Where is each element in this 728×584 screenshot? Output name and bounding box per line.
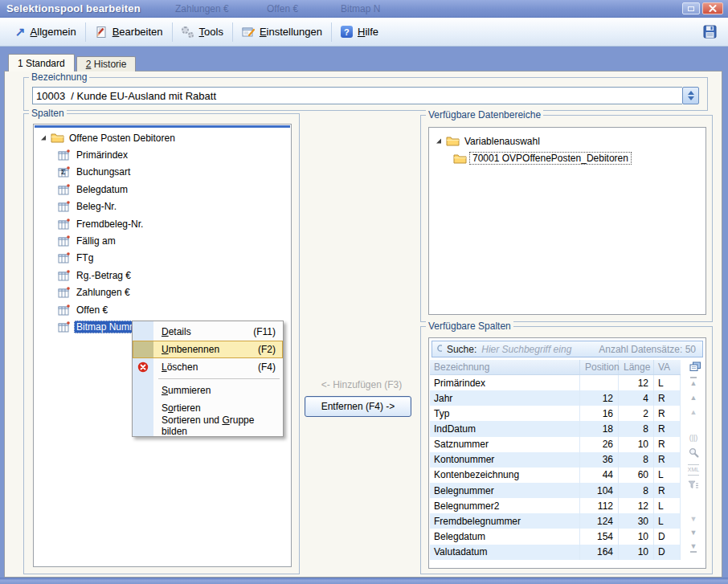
scroll-up-icon[interactable]: ▲ (690, 408, 697, 416)
spalten-tree-item[interactable]: Σ Primärindex (34, 146, 291, 163)
copy-columns-icon[interactable] (689, 361, 701, 374)
bezeichnung-spinner[interactable] (682, 87, 699, 104)
table-column-icon: Σ (58, 235, 74, 247)
tab-standard[interactable]: 1 Standard (8, 54, 75, 71)
table-row[interactable]: Belegdatum 154 10 D (430, 529, 681, 544)
spalten-tree-item[interactable]: Σ Beleg-Nr. (34, 198, 291, 215)
column-header-laenge[interactable]: Länge (619, 360, 654, 374)
tree-item-label: Fällig am (74, 235, 118, 247)
move-down-icon[interactable]: ▼ (690, 529, 697, 537)
toolbar-label: Einstellungen (260, 26, 322, 38)
spalten-tree-item[interactable]: Σ Offen € (34, 301, 291, 318)
settings-form-icon (242, 26, 255, 39)
table-row[interactable]: Typ 16 2 R (430, 406, 681, 421)
spalten-tree-item[interactable]: Σ Belegdatum (34, 181, 291, 198)
search-bar: Suche: Anzahl Datensätze: 50 (431, 341, 703, 357)
spalten-tree: Offene Posten Debitoren (34, 129, 291, 336)
table-column-icon: Σ (58, 304, 74, 316)
grid-body: Primärindex 12 L Jahr 12 4 R Typ 16 2 R (430, 375, 681, 560)
close-icon (709, 5, 717, 12)
tree-root-label: Variablenauswahl (462, 135, 542, 148)
table-row[interactable]: Satznummer 26 10 R (430, 437, 681, 452)
menu-item-umbenennen[interactable]: Umbenennen (F2) (133, 341, 283, 358)
scroll-top-icon[interactable]: ▲ (690, 377, 697, 387)
toolbar-label: Hilfe (358, 26, 378, 38)
datenbereiche-tree-box: Variablenauswahl 70001 OVPOffenePosten_D… (428, 127, 706, 315)
datenbereiche-item[interactable]: 70001 OVPOffenePosten_Debitoren (429, 149, 706, 166)
hinzufuegen-button-disabled[interactable]: <- Hinzufügen (F3) (301, 379, 423, 390)
toolbar-separator (85, 22, 86, 42)
table-row[interactable]: Jahr 12 4 R (430, 390, 681, 406)
folder-icon (446, 136, 462, 146)
tree-root-label: Offene Posten Debitoren (67, 132, 178, 145)
table-row[interactable]: Valutadatum 164 10 D (430, 545, 681, 560)
spalten-tree-item[interactable]: Σ Fällig am (34, 232, 291, 249)
table-row[interactable]: Belegnummer 104 8 R (430, 483, 681, 498)
save-button[interactable] (703, 25, 720, 39)
filter-icon[interactable] (688, 480, 699, 491)
grid-header: Bezeichnung Position Länge VA (430, 360, 681, 375)
grid-side-toolbar: ▲ ▲ ▲ (||) XML (683, 377, 704, 553)
spalten-tree-item[interactable]: Σ Buchungsart (34, 164, 291, 181)
column-header-bezeichnung[interactable]: Bezeichnung (430, 360, 580, 374)
datenbereiche-legend: Verfügbare Datenbereiche (426, 109, 543, 120)
toolbar-label: Allgemein (31, 26, 76, 38)
entfernen-button[interactable]: Entfernen (F4) -> (305, 396, 411, 417)
spalten-tree-item[interactable]: Σ Zahlungen € (34, 284, 291, 301)
spin-up-icon (688, 91, 694, 95)
table-column-icon: Σ (58, 270, 74, 281)
spin-down-icon (688, 96, 694, 100)
table-column-icon: Σ (58, 287, 74, 298)
spalten-tree-item[interactable]: Σ Fremdbeleg-Nr. (34, 215, 291, 232)
toolbar-item-tools[interactable]: Tools (174, 22, 231, 43)
close-button[interactable] (702, 2, 723, 14)
scroll-down-icon[interactable]: ▼ (690, 515, 697, 523)
bezeichnung-legend: Bezeichnung (29, 71, 89, 83)
expander-icon[interactable] (436, 137, 446, 145)
menu-item-summieren[interactable]: Summieren (133, 382, 283, 399)
toolbar-item-einstellungen[interactable]: Einstellungen (235, 22, 329, 43)
table-row[interactable]: Fremdbelegnummer 124 30 L (430, 513, 681, 529)
spalten-tree-item[interactable]: Σ Rg.-Betrag € (34, 267, 291, 284)
standard-tab-page: Bezeichnung Spalten (4, 71, 722, 578)
column-header-position[interactable]: Position (580, 360, 619, 374)
menu-item-sortieren-gruppe[interactable]: Sortieren und Gruppe bilden (133, 417, 283, 435)
scroll-bottom-icon[interactable]: ▼ (690, 542, 697, 553)
window-frame-bottom (0, 578, 728, 584)
toolbar-item-allgemein[interactable]: ↗ Allgemein (8, 22, 84, 43)
toolbar-label: Tools (199, 26, 223, 38)
table-row[interactable]: Belegnummer2 112 12 L (430, 498, 681, 513)
toolbar-item-bearbeiten[interactable]: Bearbeiten (88, 22, 170, 43)
table-row[interactable]: Kontenbezeichnung 44 60 L (430, 468, 681, 483)
menu-item-details[interactable]: Details (F11) (133, 323, 283, 341)
datenbereiche-root[interactable]: Variablenauswahl (429, 133, 706, 149)
titlebar[interactable]: Selektionspool bearbeiten Zahlungen € Of… (0, 0, 728, 18)
parentheses-icon[interactable]: (||) (689, 434, 698, 442)
table-row[interactable]: IndDatum 18 8 R (430, 421, 681, 436)
datenbereiche-tree: Variablenauswahl 70001 OVPOffenePosten_D… (429, 133, 706, 167)
tree-item-label: Fremdbeleg-Nr. (74, 218, 145, 231)
ghost-label: Offen € (267, 3, 298, 14)
tree-item-label: Offen € (74, 304, 110, 317)
bezeichnung-input[interactable] (32, 87, 682, 104)
datenbereiche-group: Verfügbare Datenbereiche Varia (420, 115, 713, 322)
menu-item-loeschen[interactable]: Löschen (F4) (133, 358, 283, 376)
restore-button[interactable] (682, 2, 700, 14)
tab-historie[interactable]: 2 Historie (76, 56, 137, 71)
search-row-icon[interactable] (689, 447, 699, 459)
column-header-va[interactable]: VA (654, 360, 681, 374)
table-row[interactable]: Primärindex 12 L (430, 375, 681, 390)
spalten-tree-root[interactable]: Offene Posten Debitoren (34, 129, 291, 146)
table-column-icon: Σ (58, 218, 74, 230)
spalten-tree-item[interactable]: Σ FTg (34, 250, 291, 267)
tree-item-label: Belegdatum (74, 183, 130, 196)
table-row[interactable]: Kontonummer 36 8 R (430, 452, 681, 468)
sum-icon: Σ (61, 168, 65, 176)
bezeichnung-group: Bezeichnung (23, 77, 708, 111)
move-up-icon[interactable]: ▲ (690, 394, 697, 402)
expander-icon[interactable] (40, 134, 51, 141)
toolbar-item-hilfe[interactable]: ? Hilfe (333, 22, 386, 43)
search-input[interactable] (481, 344, 594, 355)
xml-icon[interactable]: XML (688, 464, 699, 476)
table-column-icon: Σ (58, 252, 74, 263)
